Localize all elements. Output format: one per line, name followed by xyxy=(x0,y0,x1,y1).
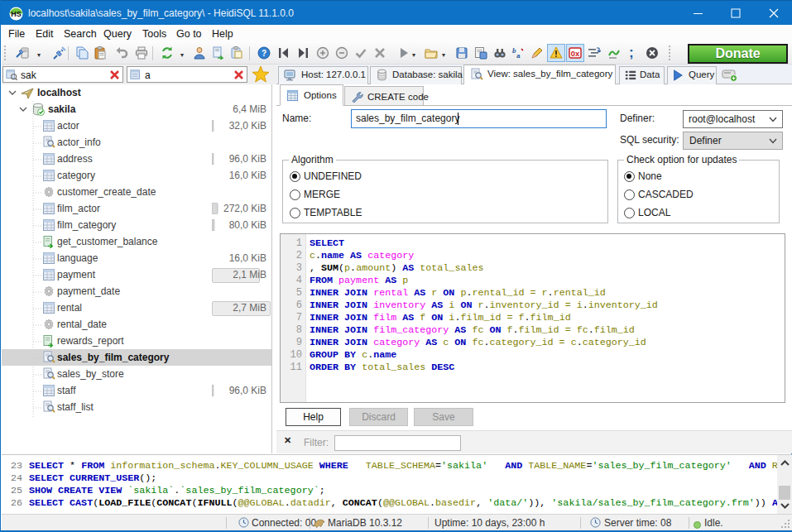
svg-text:0x: 0x xyxy=(571,49,580,58)
svg-text:?: ? xyxy=(262,49,266,58)
svg-text:HS: HS xyxy=(11,10,22,18)
svg-text:a: a xyxy=(516,51,521,60)
